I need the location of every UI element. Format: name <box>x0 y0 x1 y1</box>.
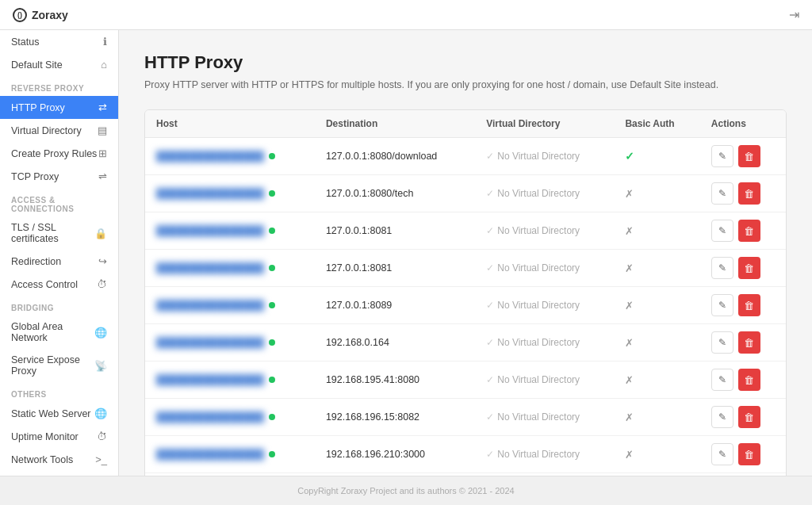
home-icon: ⌂ <box>101 59 107 71</box>
edit-button[interactable]: ✎ <box>711 182 733 205</box>
delete-button[interactable]: 🗑 <box>738 294 760 316</box>
delete-button[interactable]: 🗑 <box>738 145 760 167</box>
edit-button[interactable]: ✎ <box>711 257 733 279</box>
no-vdir-text: No Virtual Directory <box>497 337 580 348</box>
clock-icon: ⏱ <box>97 278 107 290</box>
edit-button[interactable]: ✎ <box>711 220 733 242</box>
sidebar-label-network-tools: Network Tools <box>11 454 73 465</box>
edit-button[interactable]: ✎ <box>711 443 733 465</box>
edit-button[interactable]: ✎ <box>711 294 733 316</box>
no-vdir-text: No Virtual Directory <box>497 262 580 274</box>
sidebar-item-uptime-monitor[interactable]: Uptime Monitor ⏱ <box>0 425 118 448</box>
delete-button[interactable]: 🗑 <box>738 257 760 279</box>
destination-cell: 192.168.196.15:8082 <box>315 399 475 436</box>
virtual-directory-cell: ✓ No Virtual Directory <box>475 287 614 324</box>
delete-button[interactable]: 🗑 <box>738 443 760 465</box>
checkmark-small: ✓ <box>486 225 494 236</box>
sidebar-item-redirection[interactable]: Redirection ↪ <box>0 250 118 273</box>
status-dot <box>269 228 275 234</box>
delete-button[interactable]: 🗑 <box>738 182 760 205</box>
sidebar-item-service-expose-proxy[interactable]: Service Expose Proxy 📡 <box>0 349 118 382</box>
host-cell: ████████████████ <box>145 436 315 473</box>
checkmark-small: ✓ <box>486 262 494 274</box>
table-row: ████████████████ 127.0.0.1:8080/download… <box>145 138 786 175</box>
delete-button[interactable]: 🗑 <box>738 331 760 354</box>
host-cell: ████████████████ <box>145 362 315 399</box>
checkmark-small: ✓ <box>486 411 494 423</box>
auth-enabled-icon: ✓ <box>625 150 634 163</box>
sidebar-item-access-control[interactable]: Access Control ⏱ <box>0 273 118 296</box>
status-dot <box>269 153 275 159</box>
delete-button[interactable]: 🗑 <box>738 369 760 391</box>
section-bridging: BRIDGING <box>0 296 118 316</box>
host-cell: ████████████████ <box>145 399 315 436</box>
checkmark-small: ✓ <box>486 300 494 311</box>
sidebar-item-static-web-server[interactable]: Static Web Server 🌐 <box>0 402 118 425</box>
host-text: ████████████████ <box>156 411 264 423</box>
virtual-directory-cell: ✓ No Virtual Directory <box>475 175 614 212</box>
auth-disabled-icon: ✗ <box>625 262 634 274</box>
exit-icon[interactable]: ⇥ <box>789 7 799 22</box>
sliders-icon: ⇌ <box>98 170 107 182</box>
checkmark-small: ✓ <box>486 374 494 385</box>
sidebar-label-create-proxy-rules: Create Proxy Rules <box>11 148 97 159</box>
table-row: ████████████████ 192.168.196.15:8082✓ No… <box>145 399 786 436</box>
checkmark-small: ✓ <box>486 151 494 162</box>
basic-auth-cell: ✗ <box>614 212 699 250</box>
actions-cell: ✎ 🗑 <box>700 399 786 436</box>
sidebar-item-network-tools[interactable]: Network Tools >_ <box>0 448 118 471</box>
basic-auth-cell: ✗ <box>614 362 699 399</box>
sidebar-item-create-proxy-rules[interactable]: Create Proxy Rules ⊞ <box>0 142 118 165</box>
edit-button[interactable]: ✎ <box>711 331 733 354</box>
basic-auth-cell: ✗ <box>614 324 699 362</box>
actions-cell: ✎ 🗑 <box>700 436 786 473</box>
status-dot <box>269 451 275 457</box>
virtual-directory-cell: ✓ No Virtual Directory <box>475 399 614 436</box>
basic-auth-cell: ✗ <box>614 175 699 212</box>
host-text: ████████████████ <box>156 262 264 274</box>
sidebar-label-default-site: Default Site <box>11 59 63 71</box>
edit-button[interactable]: ✎ <box>711 145 733 167</box>
section-access-connections: ACCESS & CONNECTIONS <box>0 188 118 216</box>
sidebar-item-global-area-network[interactable]: Global Area Network 🌐 <box>0 316 118 349</box>
sidebar-item-default-site[interactable]: Default Site ⌂ <box>0 53 118 76</box>
sidebar-label-status: Status <box>11 36 39 48</box>
col-host: Host <box>145 110 315 138</box>
edit-button[interactable]: ✎ <box>711 369 733 391</box>
timer-icon: ⏱ <box>97 430 107 442</box>
delete-button[interactable]: 🗑 <box>738 220 760 242</box>
host-text: ████████████████ <box>156 449 264 460</box>
edit-button[interactable]: ✎ <box>711 406 733 428</box>
basic-auth-cell: ✓ <box>614 138 699 175</box>
host-cell: ████████████████ <box>145 138 315 175</box>
globe-icon: 🌐 <box>94 327 107 339</box>
sidebar-item-status[interactable]: Status ℹ <box>0 30 118 53</box>
destination-cell: 127.0.0.1:8081 <box>315 250 475 287</box>
sidebar-label-redirection: Redirection <box>11 256 61 267</box>
destination-cell: 127.0.0.1:8080/download <box>315 138 475 175</box>
sidebar: Status ℹ Default Site ⌂ REVERSE PROXY HT… <box>0 30 119 476</box>
no-vdir-text: No Virtual Directory <box>497 449 580 460</box>
host-text: ████████████████ <box>156 300 264 311</box>
sidebar-item-http-proxy[interactable]: HTTP Proxy ⇄ <box>0 96 118 119</box>
host-text: ████████████████ <box>156 225 264 236</box>
sidebar-item-tls-ssl[interactable]: TLS / SSL certificates 🔒 <box>0 216 118 250</box>
actions-cell: ✎ 🗑 <box>700 287 786 324</box>
no-vdir-text: No Virtual Directory <box>497 151 580 162</box>
actions-cell: ✎ 🗑 <box>700 212 786 250</box>
destination-cell: 192.168.195.41:8080 <box>315 362 475 399</box>
basic-auth-cell: ✗ <box>614 287 699 324</box>
topbar: () Zoraxy ⇥ <box>0 0 812 30</box>
actions-cell: ✎ 🗑 <box>700 175 786 212</box>
status-dot <box>269 377 275 383</box>
section-others: OTHERS <box>0 382 118 402</box>
delete-button[interactable]: 🗑 <box>738 406 760 428</box>
auth-disabled-icon: ✗ <box>625 337 634 349</box>
sidebar-label-virtual-directory: Virtual Directory <box>11 125 82 136</box>
sidebar-item-virtual-directory[interactable]: Virtual Directory ▤ <box>0 119 118 142</box>
sidebar-item-tcp-proxy[interactable]: TCP Proxy ⇌ <box>0 165 118 188</box>
actions-cell: ✎ 🗑 <box>700 362 786 399</box>
info-icon: ℹ <box>103 36 107 48</box>
status-dot <box>269 414 275 420</box>
auth-disabled-icon: ✗ <box>625 449 634 461</box>
